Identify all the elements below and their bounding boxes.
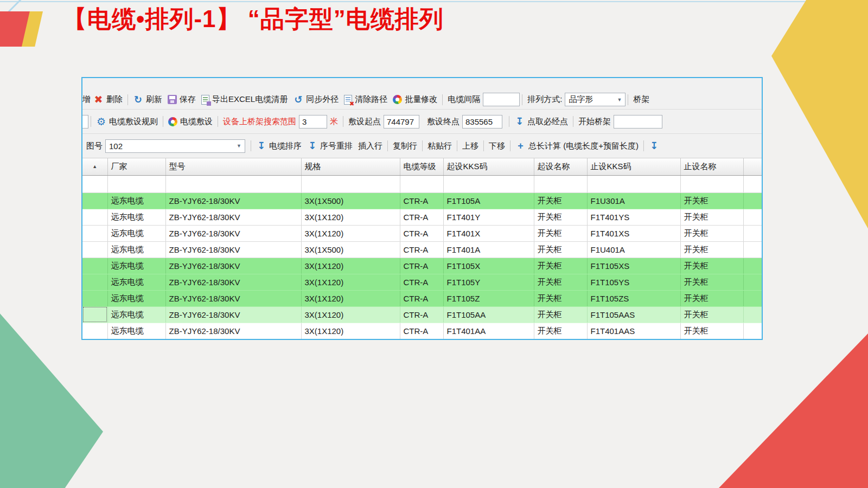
clipped-tool-button[interactable]: ↧ bbox=[649, 141, 659, 151]
tray-button-partial[interactable]: 桥架 bbox=[633, 94, 656, 105]
table-cell[interactable]: 3X(1X120) bbox=[301, 306, 400, 323]
table-cell[interactable]: 3X(1X120) bbox=[301, 225, 400, 241]
table-cell[interactable]: F1U301A bbox=[587, 192, 680, 209]
table-cell[interactable]: CTR-A bbox=[400, 258, 443, 274]
table-cell[interactable]: 开关柜 bbox=[680, 323, 743, 339]
filter-cell[interactable] bbox=[165, 175, 301, 192]
table-cell[interactable]: F1T401A bbox=[443, 241, 534, 258]
row-selector[interactable] bbox=[82, 306, 107, 323]
filter-cell[interactable] bbox=[400, 175, 443, 192]
insert-row-button[interactable]: 插入行 bbox=[358, 141, 382, 151]
table-cell[interactable]: F1T401YS bbox=[587, 209, 680, 225]
table-cell[interactable]: 远东电缆 bbox=[107, 192, 165, 209]
table-cell[interactable]: ZB-YJY62-18/30KV bbox=[165, 209, 301, 225]
table-cell[interactable]: ZB-YJY62-18/30KV bbox=[165, 323, 301, 339]
table-cell[interactable]: 远东电缆 bbox=[107, 241, 165, 258]
search-range-input[interactable]: 3 bbox=[299, 115, 327, 129]
table-cell[interactable]: 开关柜 bbox=[534, 192, 587, 209]
filter-cell[interactable] bbox=[82, 175, 107, 192]
table-cell[interactable]: 开关柜 bbox=[534, 241, 587, 258]
delete-button[interactable]: ✖删除 bbox=[93, 94, 123, 105]
filter-cell[interactable] bbox=[587, 175, 680, 192]
table-cell[interactable]: CTR-A bbox=[400, 192, 443, 209]
filter-cell[interactable] bbox=[534, 175, 587, 192]
table-cell[interactable]: F1T105AA bbox=[443, 306, 534, 323]
paste-row-button[interactable]: 粘贴行 bbox=[427, 141, 452, 151]
table-cell-partial[interactable] bbox=[743, 274, 762, 290]
table-cell-partial[interactable] bbox=[743, 209, 762, 225]
table-cell[interactable]: F1U401A bbox=[587, 241, 680, 258]
table-cell[interactable]: CTR-A bbox=[400, 290, 443, 306]
table-cell-partial[interactable] bbox=[743, 258, 762, 274]
filter-cell[interactable] bbox=[680, 175, 743, 192]
refresh-button[interactable]: ↻刷新 bbox=[133, 94, 162, 105]
table-cell[interactable]: ZB-YJY62-18/30KV bbox=[165, 274, 301, 290]
table-cell[interactable]: 开关柜 bbox=[680, 192, 743, 209]
table-cell[interactable]: 远东电缆 bbox=[107, 209, 165, 225]
table-cell[interactable]: 开关柜 bbox=[680, 241, 743, 258]
pick-points-button[interactable]: ↧点取必经点 bbox=[514, 117, 568, 127]
table-cell[interactable]: ZB-YJY62-18/30KV bbox=[165, 258, 301, 274]
lay-end-input[interactable]: 835565 bbox=[462, 115, 502, 129]
table-cell[interactable]: F1T105Y bbox=[443, 274, 534, 290]
table-cell[interactable]: 远东电缆 bbox=[107, 323, 165, 339]
arrange-mode-select[interactable]: 品字形▼ bbox=[565, 93, 626, 106]
table-cell-partial[interactable] bbox=[743, 192, 762, 209]
sync-od-button[interactable]: ↺同步外径 bbox=[293, 94, 339, 105]
table-cell[interactable]: F1T401Y bbox=[443, 209, 534, 225]
table-cell[interactable]: 开关柜 bbox=[534, 290, 587, 306]
table-cell[interactable]: 开关柜 bbox=[534, 306, 587, 323]
table-cell-partial[interactable] bbox=[743, 225, 762, 241]
left-input-partial[interactable] bbox=[82, 115, 88, 129]
column-header[interactable]: 止设KKS码 bbox=[587, 158, 680, 175]
move-down-button[interactable]: 下移 bbox=[489, 141, 505, 151]
table-cell[interactable]: 远东电缆 bbox=[107, 290, 165, 306]
clear-path-button[interactable]: 清除路径 bbox=[344, 94, 387, 105]
row-selector[interactable] bbox=[82, 323, 107, 339]
move-up-button[interactable]: 上移 bbox=[462, 141, 478, 151]
column-header[interactable]: 厂家 bbox=[107, 158, 165, 175]
table-cell[interactable]: F1T401X bbox=[443, 225, 534, 241]
table-cell[interactable]: 开关柜 bbox=[680, 306, 743, 323]
table-cell[interactable]: F1T401XS bbox=[587, 225, 680, 241]
table-cell[interactable]: 3X(1X500) bbox=[301, 192, 400, 209]
column-header[interactable]: 起设名称 bbox=[534, 158, 587, 175]
export-excel-button[interactable]: 导出EXCEL电缆清册 bbox=[201, 94, 288, 105]
row-selector[interactable] bbox=[82, 225, 107, 241]
row-selector[interactable] bbox=[82, 290, 107, 306]
table-cell[interactable]: CTR-A bbox=[400, 225, 443, 241]
batch-modify-button[interactable]: 批量修改 bbox=[393, 94, 437, 105]
table-cell[interactable]: F1T401AA bbox=[443, 323, 534, 339]
filter-cell[interactable] bbox=[443, 175, 534, 192]
filter-cell[interactable] bbox=[743, 175, 762, 192]
table-cell[interactable]: ZB-YJY62-18/30KV bbox=[165, 225, 301, 241]
table-cell-partial[interactable] bbox=[743, 290, 762, 306]
table-cell[interactable]: ZB-YJY62-18/30KV bbox=[165, 241, 301, 258]
column-header[interactable]: 型号 bbox=[165, 158, 301, 175]
table-cell[interactable]: 开关柜 bbox=[534, 258, 587, 274]
table-cell[interactable]: 远东电缆 bbox=[107, 258, 165, 274]
lay-start-input[interactable]: 744797 bbox=[384, 115, 419, 129]
row-selector[interactable] bbox=[82, 258, 107, 274]
table-cell[interactable]: 开关柜 bbox=[680, 258, 743, 274]
table-cell[interactable]: F1T105X bbox=[443, 258, 534, 274]
table-cell[interactable]: CTR-A bbox=[400, 274, 443, 290]
table-cell[interactable]: CTR-A bbox=[400, 323, 443, 339]
table-cell[interactable]: 3X(1X120) bbox=[301, 290, 400, 306]
column-header[interactable]: 规格 bbox=[301, 158, 400, 175]
table-cell[interactable]: 3X(1X120) bbox=[301, 323, 400, 339]
table-cell-partial[interactable] bbox=[743, 323, 762, 339]
column-header[interactable]: 起设KKS码 bbox=[443, 158, 534, 175]
table-cell[interactable]: F1T105Z bbox=[443, 290, 534, 306]
row-selector[interactable] bbox=[82, 209, 107, 225]
column-header[interactable] bbox=[743, 158, 762, 175]
table-cell[interactable]: 开关柜 bbox=[680, 225, 743, 241]
table-cell[interactable]: F1T105XS bbox=[587, 258, 680, 274]
table-cell[interactable]: 开关柜 bbox=[680, 209, 743, 225]
table-cell[interactable]: F1T105ZS bbox=[587, 290, 680, 306]
row-selector-header[interactable]: ▲ bbox=[82, 158, 107, 175]
table-cell[interactable]: 远东电缆 bbox=[107, 306, 165, 323]
row-selector[interactable] bbox=[82, 274, 107, 290]
filter-cell[interactable] bbox=[107, 175, 165, 192]
total-length-button[interactable]: +总长计算 (电缆长度+预留长度) bbox=[515, 141, 639, 151]
